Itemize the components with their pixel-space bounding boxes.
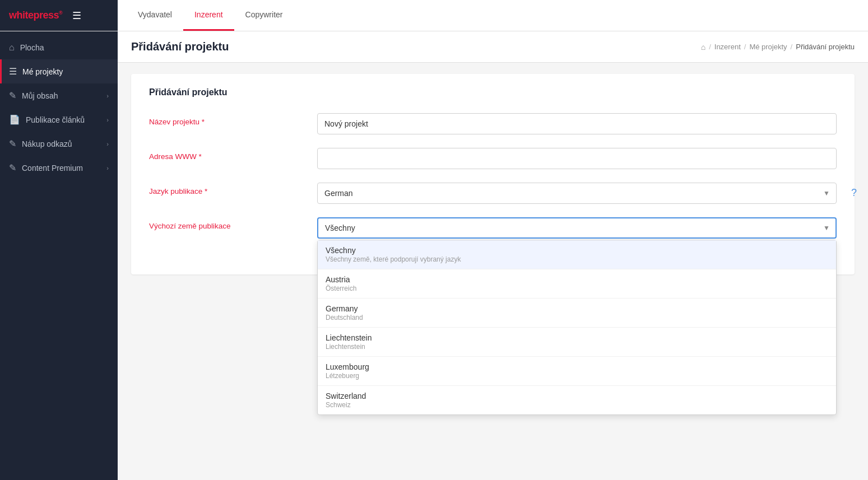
page-header: Přidávání projektu ⌂ / Inzerent / Mé pro… xyxy=(118,31,868,63)
project-name-input[interactable] xyxy=(317,113,837,134)
form-row-project-name: Název projektu * xyxy=(149,113,837,134)
sidebar: ⌂ Plocha ☰ Mé projekty ✎ Můj obsah › 📄 P… xyxy=(0,31,118,480)
dropdown-option-switzerland[interactable]: Switzerland Schweiz xyxy=(318,386,836,414)
country-wrap: Všechny ▼ Všechny Všechny země, které po… xyxy=(317,217,837,239)
label-www: Adresa WWW * xyxy=(149,148,306,161)
form-row-language: Jazyk publikace * German English French … xyxy=(149,183,837,204)
form-title: Přidávání projektu xyxy=(149,87,837,97)
chevron-right-icon: › xyxy=(106,141,109,147)
label-project-name: Název projektu * xyxy=(149,113,306,126)
language-wrap: German English French ▼ ? xyxy=(317,183,837,204)
logo: whitepress® xyxy=(9,10,62,21)
label-country: Výchozí země publikace xyxy=(149,217,306,230)
project-name-wrap xyxy=(317,113,837,134)
breadcrumb-me-projekty[interactable]: Mé projekty xyxy=(749,43,787,51)
country-select-display[interactable]: Všechny xyxy=(317,217,837,239)
form-card: Přidávání projektu Název projektu * Adre… xyxy=(131,74,855,274)
breadcrumb-current: Přidávání projektu xyxy=(796,43,855,51)
sidebar-item-publikace-clanku[interactable]: 📄 Publikace článků › xyxy=(0,108,118,132)
tab-vydavatel[interactable]: Vydavatel xyxy=(127,0,183,31)
sidebar-item-content-premium[interactable]: ✎ Content Premium › xyxy=(0,156,118,180)
label-language: Jazyk publikace * xyxy=(149,183,306,195)
dropdown-option-austria[interactable]: Austria Österreich xyxy=(318,269,836,299)
country-dropdown: Všechny Všechny země, které podporují vy… xyxy=(317,240,837,415)
chevron-right-icon: › xyxy=(106,165,109,171)
dropdown-option-liechtenstein[interactable]: Liechtenstein Liechtenstein xyxy=(318,328,836,357)
form-row-www: Adresa WWW * xyxy=(149,148,837,169)
document-icon: 📄 xyxy=(9,114,20,125)
content-area: Přidávání projektu ⌂ / Inzerent / Mé pro… xyxy=(118,31,868,480)
premium-icon: ✎ xyxy=(9,162,16,173)
main-layout: ⌂ Plocha ☰ Mé projekty ✎ Můj obsah › 📄 P… xyxy=(0,31,868,480)
form-row-country: Výchozí země publikace Všechny ▼ Všechny… xyxy=(149,217,837,239)
top-navigation: whitepress® ☰ Vydavatel Inzerent Copywri… xyxy=(0,0,868,31)
page-title: Přidávání projektu xyxy=(131,40,229,53)
dropdown-option-luxembourg[interactable]: Luxembourg Létzebuerg xyxy=(318,357,836,386)
link-icon: ✎ xyxy=(9,138,16,149)
tab-inzerent[interactable]: Inzerent xyxy=(183,0,234,31)
breadcrumb-inzerent[interactable]: Inzerent xyxy=(714,43,741,51)
sidebar-item-plocha[interactable]: ⌂ Plocha xyxy=(0,36,118,59)
www-input[interactable] xyxy=(317,148,837,169)
sidebar-item-me-projekty[interactable]: ☰ Mé projekty xyxy=(0,59,118,83)
hamburger-icon[interactable]: ☰ xyxy=(72,10,81,22)
chevron-right-icon: › xyxy=(106,92,109,99)
chevron-right-icon: › xyxy=(106,116,109,123)
list-icon: ☰ xyxy=(9,66,17,77)
help-icon[interactable]: ? xyxy=(851,187,857,199)
edit-icon: ✎ xyxy=(9,90,16,101)
language-select[interactable]: German English French xyxy=(317,183,837,204)
home-icon: ⌂ xyxy=(9,43,15,53)
dropdown-option-vsechny[interactable]: Všechny Všechny země, které podporují vy… xyxy=(318,240,836,269)
dropdown-option-germany[interactable]: Germany Deutschland xyxy=(318,299,836,328)
tab-copywriter[interactable]: Copywriter xyxy=(234,0,294,31)
www-wrap xyxy=(317,148,837,169)
language-select-wrap: German English French ▼ xyxy=(317,183,837,204)
sidebar-item-muj-obsah[interactable]: ✎ Můj obsah › xyxy=(0,83,118,108)
country-select-wrap[interactable]: Všechny ▼ xyxy=(317,217,837,239)
tab-navigation: Vydavatel Inzerent Copywriter xyxy=(118,0,303,31)
breadcrumb-home-icon[interactable]: ⌂ xyxy=(701,43,705,52)
sidebar-item-nakup-odkazu[interactable]: ✎ Nákup odkazů › xyxy=(0,132,118,156)
logo-area: whitepress® ☰ xyxy=(0,0,118,31)
breadcrumb: ⌂ / Inzerent / Mé projekty / Přidávání p… xyxy=(701,43,855,52)
